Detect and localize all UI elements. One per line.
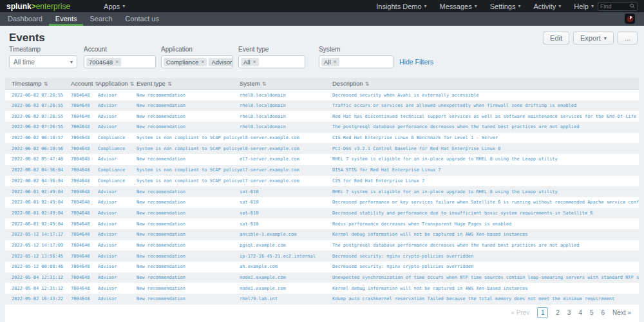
cell-event-type[interactable]: New recommendation [137, 122, 240, 133]
cell-event-type[interactable]: System is non compliant to SCAP policy [137, 165, 240, 176]
apps-menu[interactable]: Apps ▾ [104, 3, 125, 10]
cell-system[interactable]: el7-server.example.com [240, 176, 332, 187]
cell-timestamp[interactable]: 2022-05-04 12:31:12 [5, 272, 71, 283]
cell-system[interactable]: rhel79.lab.int [240, 294, 332, 305]
find-input[interactable] [600, 3, 630, 10]
cell-timestamp[interactable]: 2022-06-01 02:49:04 [5, 186, 71, 197]
cell-description[interactable]: Redis performance decreases when Transpa… [332, 218, 639, 229]
cell-application[interactable]: Compliance [98, 133, 137, 144]
cell-timestamp[interactable]: 2022-06-02 07:26:55 [5, 90, 71, 100]
timestamp-select[interactable]: All time ▾ [9, 55, 77, 68]
tab-dashboard[interactable]: Dashboard [1, 12, 49, 26]
cell-account[interactable]: 7004648 [71, 229, 98, 240]
cell-timestamp[interactable]: 2022-06-02 07:26:55 [5, 111, 71, 122]
cell-event-type[interactable]: New recommendation [137, 111, 240, 122]
cell-application[interactable]: Advisor [98, 186, 137, 197]
cell-event-type[interactable]: New recommendation [137, 154, 240, 165]
cell-timestamp[interactable]: 2022-06-01 02:49:04 [5, 208, 71, 219]
cell-timestamp[interactable]: 2022-06-02 06:10:57 [5, 133, 71, 144]
column-header-account[interactable]: Account⇅ [71, 78, 98, 90]
cell-application[interactable]: Compliance [98, 165, 137, 176]
cell-application[interactable]: Advisor [98, 197, 137, 208]
filter-tag-all[interactable]: All× [321, 58, 339, 66]
cell-account[interactable]: 7004648 [71, 100, 98, 111]
pagination-page-6[interactable]: 6 [601, 309, 605, 316]
close-icon[interactable]: × [334, 59, 337, 65]
menu-messages[interactable]: Messages▾ [440, 3, 477, 10]
cell-account[interactable]: 7004648 [71, 208, 98, 219]
cell-description[interactable]: Decreased security: nginx crypto-policie… [332, 261, 639, 272]
more-actions-button[interactable]: ... [618, 32, 638, 44]
tab-search[interactable]: Search [83, 12, 118, 26]
cell-event-type[interactable]: New recommendation [137, 294, 240, 305]
insights-app-icon[interactable] [625, 14, 635, 24]
edit-button[interactable]: Edit [543, 32, 569, 44]
cell-application[interactable]: Advisor [98, 208, 137, 219]
menu-help[interactable]: Help▾ [574, 3, 594, 10]
cell-description[interactable]: The postgresql database performance decr… [332, 240, 639, 251]
cell-system[interactable]: sat-610 [240, 208, 332, 219]
splunk-logo[interactable]: splunk>enterprise [6, 2, 70, 11]
cell-event-type[interactable]: New recommendation [137, 261, 240, 272]
cell-system[interactable]: el7-server.example.com [240, 154, 332, 165]
cell-description[interactable]: The postgresql database performance decr… [332, 122, 639, 133]
cell-timestamp[interactable]: 2022-05-12 13:56:45 [5, 251, 71, 261]
cell-event-type[interactable]: System is non compliant to SCAP policy [137, 143, 240, 154]
cell-account[interactable]: 7004648 [71, 176, 98, 187]
cell-application[interactable]: Advisor [98, 251, 137, 261]
cell-timestamp[interactable]: 2022-05-04 12:31:12 [5, 283, 71, 294]
cell-system[interactable]: node1.example.com [240, 272, 332, 283]
cell-timestamp[interactable]: 2022-06-01 02:49:04 [5, 197, 71, 208]
cell-event-type[interactable]: New recommendation [137, 283, 240, 294]
cell-application[interactable]: Advisor [98, 294, 137, 305]
cell-description[interactable]: CIS Red Hat Enterprise Linux 8 Benchmark… [332, 133, 639, 144]
cell-application[interactable]: Advisor [98, 261, 137, 272]
cell-description[interactable]: Unexpected synchronization of time occur… [332, 272, 639, 283]
column-header-system[interactable]: System⇅ [240, 78, 332, 90]
cell-system[interactable]: ansible-1.example.com [240, 229, 332, 240]
column-header-application[interactable]: Application⇅ [98, 78, 137, 90]
cell-timestamp[interactable]: 2022-06-02 07:26:55 [5, 100, 71, 111]
cell-description[interactable]: PCI-DSS v3.2.1 Control Baseline for Red … [332, 143, 639, 154]
cell-account[interactable]: 7004648 [71, 283, 98, 294]
cell-system[interactable]: el8-server.example.com [240, 143, 332, 154]
column-header-description[interactable]: Description⇅ [332, 78, 639, 90]
pagination-page-1[interactable]: 1 [537, 307, 548, 318]
cell-system[interactable]: ah.example.com [240, 261, 332, 272]
cell-system[interactable]: rhel8.localdomain [240, 122, 332, 133]
application-input[interactable]: Compliance×Advisor× [161, 55, 233, 68]
close-icon[interactable]: × [201, 59, 204, 65]
cell-application[interactable]: Advisor [98, 283, 137, 294]
cell-application[interactable]: Advisor [98, 90, 137, 100]
cell-event-type[interactable]: System is non compliant to SCAP policy [137, 176, 240, 187]
cell-event-type[interactable]: New recommendation [137, 218, 240, 229]
cell-event-type[interactable]: New recommendation [137, 100, 240, 111]
cell-application[interactable]: Advisor [98, 272, 137, 283]
cell-account[interactable]: 7004648 [71, 251, 98, 261]
cell-account[interactable]: 7004648 [71, 111, 98, 122]
account-input[interactable]: 7004648× [84, 55, 156, 68]
cell-application[interactable]: Advisor [98, 229, 137, 240]
cell-description[interactable]: RHEL 7 system is eligible for an in-plac… [332, 186, 639, 197]
cell-system[interactable]: el7-server.example.com [240, 165, 332, 176]
cell-event-type[interactable]: New recommendation [137, 90, 240, 100]
cell-application[interactable]: Compliance [98, 176, 137, 187]
cell-account[interactable]: 7004648 [71, 186, 98, 197]
menu-activity[interactable]: Activity▾ [534, 3, 562, 10]
cell-account[interactable]: 7004648 [71, 218, 98, 229]
cell-system[interactable]: sat-610 [240, 197, 332, 208]
cell-description[interactable]: Kernel debug information will not be cap… [332, 229, 639, 240]
cell-description[interactable]: Red Hat has discontinued technical suppo… [332, 111, 639, 122]
cell-system[interactable]: node1.example.com [240, 283, 332, 294]
pagination-page-4[interactable]: 4 [578, 309, 582, 316]
cell-account[interactable]: 7004648 [71, 143, 98, 154]
cell-account[interactable]: 7004648 [71, 154, 98, 165]
cell-application[interactable]: Advisor [98, 111, 137, 122]
cell-system[interactable]: rhel8.localdomain [240, 111, 332, 122]
cell-account[interactable]: 7004648 [71, 165, 98, 176]
cell-timestamp[interactable]: 2022-05-12 14:17:17 [5, 229, 71, 240]
tab-events[interactable]: Events [49, 12, 84, 26]
cell-event-type[interactable]: New recommendation [137, 208, 240, 219]
cell-description[interactable]: Traffic occurs or services are allowed u… [332, 100, 639, 111]
pagination-next[interactable]: Next » [612, 309, 631, 316]
